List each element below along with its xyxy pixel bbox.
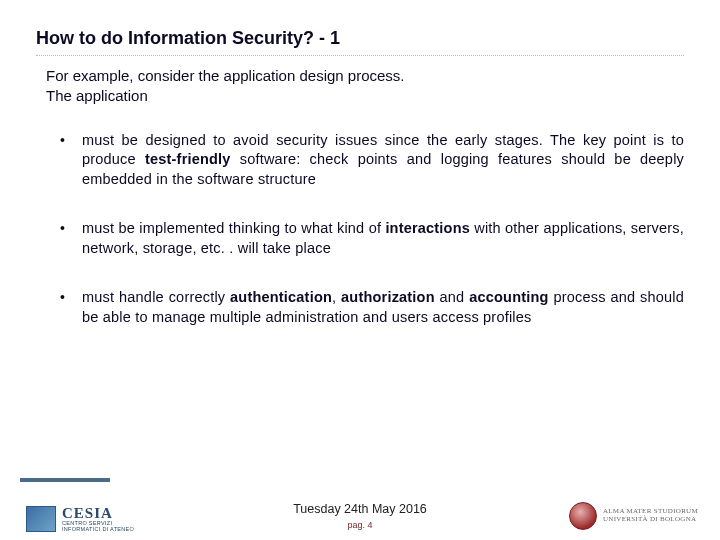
cesia-logo-icon xyxy=(26,506,56,532)
title-rule xyxy=(36,55,684,56)
cesia-logo-text: CESIA CENTRO SERVIZI INFORMATICI DI ATEN… xyxy=(62,506,134,532)
bullet-item: must be designed to avoid security issue… xyxy=(56,131,684,190)
cesia-sub2: INFORMATICI DI ATENEO xyxy=(62,527,134,533)
logo-left: CESIA CENTRO SERVIZI INFORMATICI DI ATEN… xyxy=(26,506,134,532)
bullet-item: must be implemented thinking to what kin… xyxy=(56,219,684,258)
logo-right: ALMA MATER STUDIORUM UNIVERSITÀ DI BOLOG… xyxy=(569,502,698,530)
bullet-text: , xyxy=(332,289,341,305)
bullet-text: must be implemented thinking to what kin… xyxy=(82,220,385,236)
bold-text: test-friendly xyxy=(145,151,231,167)
intro-text: For example, consider the application de… xyxy=(46,66,684,107)
university-seal-icon xyxy=(569,502,597,530)
university-name: ALMA MATER STUDIORUM UNIVERSITÀ DI BOLOG… xyxy=(603,508,698,523)
bullet-text: and xyxy=(435,289,470,305)
bullet-item: must handle correctly authentication, au… xyxy=(56,288,684,327)
slide-title: How to do Information Security? - 1 xyxy=(36,28,684,49)
university-line2: UNIVERSITÀ DI BOLOGNA xyxy=(603,516,698,524)
bold-text: authentication xyxy=(230,289,332,305)
cesia-name: CESIA xyxy=(62,506,134,521)
bullet-list: must be designed to avoid security issue… xyxy=(56,131,684,328)
slide: How to do Information Security? - 1 For … xyxy=(0,0,720,540)
bold-text: accounting xyxy=(469,289,548,305)
intro-line-2: The application xyxy=(46,87,148,104)
accent-bar xyxy=(20,478,110,482)
bullet-text: must handle correctly xyxy=(82,289,230,305)
bold-text: interactions xyxy=(385,220,470,236)
bold-text: authorization xyxy=(341,289,435,305)
intro-line-1: For example, consider the application de… xyxy=(46,67,405,84)
